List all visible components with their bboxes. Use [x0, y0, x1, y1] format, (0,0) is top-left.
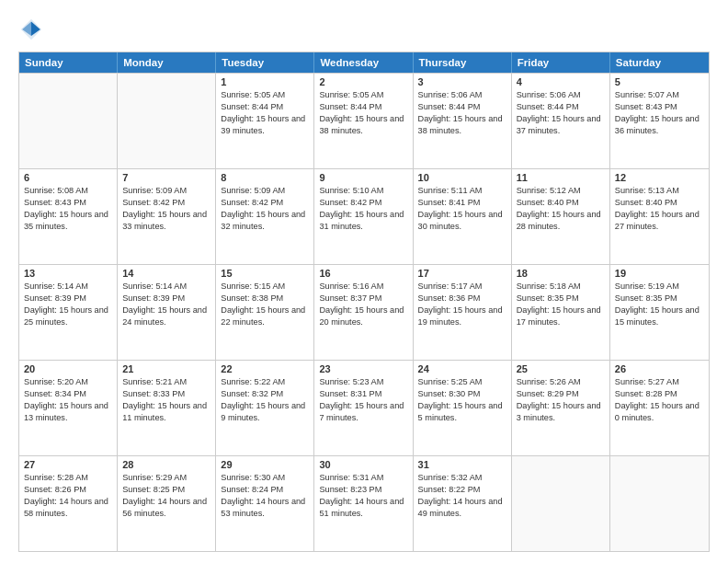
day-header-friday: Friday — [512, 52, 610, 73]
cell-info: Sunrise: 5:10 AM Sunset: 8:42 PM Dayligh… — [319, 185, 407, 233]
day-number: 16 — [319, 268, 407, 279]
cell-info: Sunrise: 5:16 AM Sunset: 8:37 PM Dayligh… — [319, 281, 407, 328]
cell-info: Sunrise: 5:19 AM Sunset: 8:35 PM Dayligh… — [615, 281, 704, 328]
cell-info: Sunrise: 5:08 AM Sunset: 8:43 PM Dayligh… — [24, 185, 112, 233]
day-number: 22 — [221, 363, 309, 374]
day-number: 27 — [24, 459, 112, 470]
day-number: 13 — [24, 268, 112, 279]
week-row-1: 1Sunrise: 5:05 AM Sunset: 8:44 PM Daylig… — [19, 73, 709, 168]
day-header-wednesday: Wednesday — [314, 52, 413, 73]
week-row-4: 20Sunrise: 5:20 AM Sunset: 8:34 PM Dayli… — [19, 360, 709, 455]
cal-cell-12: 12Sunrise: 5:13 AM Sunset: 8:40 PM Dayli… — [610, 169, 709, 264]
day-number: 21 — [122, 363, 210, 374]
day-number: 8 — [221, 172, 309, 183]
cell-info: Sunrise: 5:20 AM Sunset: 8:34 PM Dayligh… — [24, 376, 112, 424]
day-number: 5 — [615, 76, 704, 87]
day-number: 9 — [319, 172, 407, 183]
day-number: 26 — [615, 363, 704, 374]
cal-cell-14: 14Sunrise: 5:14 AM Sunset: 8:39 PM Dayli… — [118, 265, 216, 360]
day-number: 17 — [418, 268, 506, 279]
cell-info: Sunrise: 5:15 AM Sunset: 8:38 PM Dayligh… — [221, 281, 309, 328]
cal-cell-24: 24Sunrise: 5:25 AM Sunset: 8:30 PM Dayli… — [414, 361, 512, 455]
cell-info: Sunrise: 5:07 AM Sunset: 8:43 PM Dayligh… — [615, 89, 704, 137]
day-number: 30 — [319, 459, 407, 470]
day-number: 18 — [517, 268, 605, 279]
cell-info: Sunrise: 5:05 AM Sunset: 8:44 PM Dayligh… — [319, 89, 407, 137]
cal-cell-empty-4-5 — [512, 456, 610, 551]
cell-info: Sunrise: 5:31 AM Sunset: 8:23 PM Dayligh… — [319, 472, 407, 520]
day-header-thursday: Thursday — [414, 52, 512, 73]
cal-cell-18: 18Sunrise: 5:18 AM Sunset: 8:35 PM Dayli… — [512, 265, 610, 360]
cal-cell-31: 31Sunrise: 5:32 AM Sunset: 8:22 PM Dayli… — [414, 456, 512, 551]
cell-info: Sunrise: 5:26 AM Sunset: 8:29 PM Dayligh… — [517, 376, 605, 424]
calendar-header: SundayMondayTuesdayWednesdayThursdayFrid… — [19, 52, 709, 73]
cell-info: Sunrise: 5:22 AM Sunset: 8:32 PM Dayligh… — [221, 376, 309, 424]
header — [18, 17, 710, 42]
cal-cell-19: 19Sunrise: 5:19 AM Sunset: 8:35 PM Dayli… — [610, 265, 709, 360]
cal-cell-21: 21Sunrise: 5:21 AM Sunset: 8:33 PM Dayli… — [118, 361, 216, 455]
cal-cell-empty-4-6 — [610, 456, 709, 551]
cell-info: Sunrise: 5:32 AM Sunset: 8:22 PM Dayligh… — [418, 472, 506, 520]
cal-cell-22: 22Sunrise: 5:22 AM Sunset: 8:32 PM Dayli… — [216, 361, 314, 455]
cell-info: Sunrise: 5:11 AM Sunset: 8:41 PM Dayligh… — [418, 185, 506, 233]
cell-info: Sunrise: 5:13 AM Sunset: 8:40 PM Dayligh… — [615, 185, 704, 233]
day-number: 25 — [517, 363, 605, 374]
cal-cell-5: 5Sunrise: 5:07 AM Sunset: 8:43 PM Daylig… — [610, 74, 709, 168]
day-number: 3 — [418, 76, 506, 87]
cell-info: Sunrise: 5:29 AM Sunset: 8:25 PM Dayligh… — [122, 472, 210, 520]
cal-cell-20: 20Sunrise: 5:20 AM Sunset: 8:34 PM Dayli… — [19, 361, 118, 455]
cal-cell-11: 11Sunrise: 5:12 AM Sunset: 8:40 PM Dayli… — [512, 169, 610, 264]
day-number: 28 — [122, 459, 210, 470]
logo-icon — [18, 17, 44, 42]
cal-cell-29: 29Sunrise: 5:30 AM Sunset: 8:24 PM Dayli… — [216, 456, 314, 551]
cell-info: Sunrise: 5:05 AM Sunset: 8:44 PM Dayligh… — [221, 89, 309, 137]
cell-info: Sunrise: 5:18 AM Sunset: 8:35 PM Dayligh… — [517, 281, 605, 328]
day-header-saturday: Saturday — [610, 52, 709, 73]
day-number: 6 — [24, 172, 112, 183]
cal-cell-16: 16Sunrise: 5:16 AM Sunset: 8:37 PM Dayli… — [314, 265, 413, 360]
cal-cell-28: 28Sunrise: 5:29 AM Sunset: 8:25 PM Dayli… — [118, 456, 216, 551]
day-number: 20 — [24, 363, 112, 374]
day-header-tuesday: Tuesday — [216, 52, 314, 73]
week-row-3: 13Sunrise: 5:14 AM Sunset: 8:39 PM Dayli… — [19, 264, 709, 360]
page: SundayMondayTuesdayWednesdayThursdayFrid… — [0, 0, 728, 563]
cal-cell-26: 26Sunrise: 5:27 AM Sunset: 8:28 PM Dayli… — [610, 361, 709, 455]
cal-cell-17: 17Sunrise: 5:17 AM Sunset: 8:36 PM Dayli… — [414, 265, 512, 360]
cal-cell-27: 27Sunrise: 5:28 AM Sunset: 8:26 PM Dayli… — [19, 456, 118, 551]
cal-cell-10: 10Sunrise: 5:11 AM Sunset: 8:41 PM Dayli… — [414, 169, 512, 264]
day-number: 12 — [615, 172, 704, 183]
cal-cell-6: 6Sunrise: 5:08 AM Sunset: 8:43 PM Daylig… — [19, 169, 118, 264]
day-number: 7 — [122, 172, 210, 183]
day-number: 14 — [122, 268, 210, 279]
cell-info: Sunrise: 5:09 AM Sunset: 8:42 PM Dayligh… — [122, 185, 210, 233]
day-header-monday: Monday — [118, 52, 216, 73]
day-number: 29 — [221, 459, 309, 470]
calendar: SundayMondayTuesdayWednesdayThursdayFrid… — [18, 52, 710, 552]
cal-cell-empty-0-1 — [118, 74, 216, 168]
day-number: 1 — [221, 76, 309, 87]
cal-cell-1: 1Sunrise: 5:05 AM Sunset: 8:44 PM Daylig… — [216, 74, 314, 168]
day-number: 19 — [615, 268, 704, 279]
cell-info: Sunrise: 5:25 AM Sunset: 8:30 PM Dayligh… — [418, 376, 506, 424]
cell-info: Sunrise: 5:17 AM Sunset: 8:36 PM Dayligh… — [418, 281, 506, 328]
cal-cell-25: 25Sunrise: 5:26 AM Sunset: 8:29 PM Dayli… — [512, 361, 610, 455]
calendar-body: 1Sunrise: 5:05 AM Sunset: 8:44 PM Daylig… — [19, 73, 709, 551]
day-number: 2 — [319, 76, 407, 87]
cell-info: Sunrise: 5:09 AM Sunset: 8:42 PM Dayligh… — [221, 185, 309, 233]
cal-cell-15: 15Sunrise: 5:15 AM Sunset: 8:38 PM Dayli… — [216, 265, 314, 360]
day-header-sunday: Sunday — [19, 52, 118, 73]
cell-info: Sunrise: 5:14 AM Sunset: 8:39 PM Dayligh… — [24, 281, 112, 328]
cell-info: Sunrise: 5:21 AM Sunset: 8:33 PM Dayligh… — [122, 376, 210, 424]
cell-info: Sunrise: 5:14 AM Sunset: 8:39 PM Dayligh… — [122, 281, 210, 328]
day-number: 23 — [319, 363, 407, 374]
week-row-2: 6Sunrise: 5:08 AM Sunset: 8:43 PM Daylig… — [19, 168, 709, 264]
cell-info: Sunrise: 5:30 AM Sunset: 8:24 PM Dayligh… — [221, 472, 309, 520]
day-number: 31 — [418, 459, 506, 470]
day-number: 24 — [418, 363, 506, 374]
cell-info: Sunrise: 5:06 AM Sunset: 8:44 PM Dayligh… — [418, 89, 506, 137]
cal-cell-2: 2Sunrise: 5:05 AM Sunset: 8:44 PM Daylig… — [314, 74, 413, 168]
week-row-5: 27Sunrise: 5:28 AM Sunset: 8:26 PM Dayli… — [19, 455, 709, 551]
day-number: 4 — [517, 76, 605, 87]
cal-cell-13: 13Sunrise: 5:14 AM Sunset: 8:39 PM Dayli… — [19, 265, 118, 360]
cal-cell-4: 4Sunrise: 5:06 AM Sunset: 8:44 PM Daylig… — [512, 74, 610, 168]
